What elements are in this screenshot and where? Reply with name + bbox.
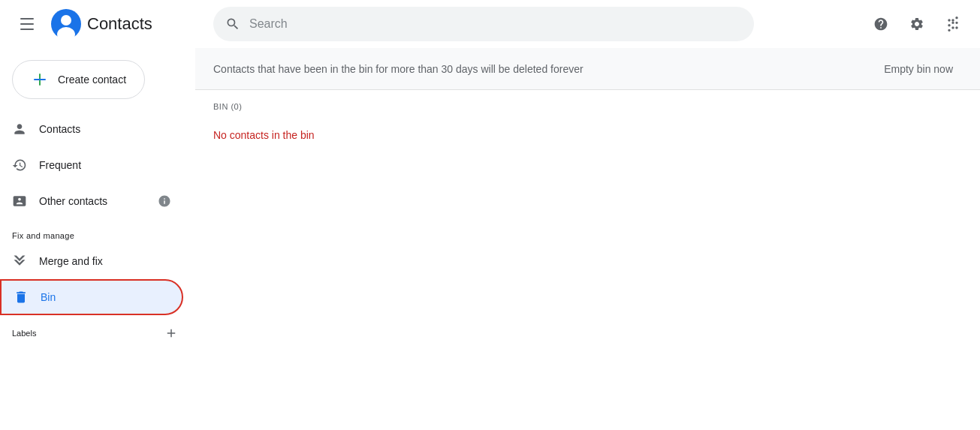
search-input[interactable]	[249, 17, 742, 31]
sidebar-item-merge-and-fix[interactable]: Merge and fix	[0, 243, 183, 279]
create-plus-icon	[31, 71, 49, 89]
bin-banner: Contacts that have been in the bin for m…	[195, 48, 980, 90]
bin-label: Bin	[41, 291, 170, 303]
add-label-button[interactable]	[159, 321, 183, 345]
app-logo: Contacts	[51, 9, 152, 39]
sidebar: Create contact Contacts Frequent	[0, 48, 195, 430]
header-left: Contacts	[12, 9, 207, 39]
main-content: Contacts that have been in the bin for m…	[195, 48, 980, 430]
empty-bin-button[interactable]: Empty bin now	[875, 57, 962, 81]
add-label-icon	[164, 326, 178, 340]
sidebar-item-bin[interactable]: Bin	[0, 279, 183, 315]
no-contacts-message: No contacts in the bin	[195, 117, 980, 153]
apps-icon	[945, 17, 960, 32]
person-icon	[12, 122, 27, 137]
settings-button[interactable]	[902, 9, 932, 39]
header: Contacts	[0, 0, 980, 48]
create-contact-button[interactable]: Create contact	[12, 60, 145, 99]
labels-title: Labels	[12, 329, 159, 338]
contacts-icon	[12, 194, 27, 209]
header-actions	[866, 9, 968, 39]
info-icon	[158, 194, 171, 208]
fix-and-manage-title: Fix and manage	[0, 219, 195, 243]
merge-and-fix-label: Merge and fix	[39, 255, 171, 267]
sidebar-item-frequent[interactable]: Frequent	[0, 147, 183, 183]
app-name: Contacts	[87, 14, 152, 34]
bin-icon	[14, 290, 29, 305]
gear-icon	[909, 17, 924, 32]
menu-button[interactable]	[12, 9, 42, 39]
create-contact-label: Create contact	[58, 74, 126, 86]
help-button[interactable]	[866, 9, 896, 39]
labels-section: Labels	[0, 315, 195, 351]
search-icon	[225, 17, 240, 32]
sidebar-item-other-contacts[interactable]: Other contacts	[0, 183, 183, 219]
help-icon	[873, 17, 888, 32]
sidebar-item-contacts[interactable]: Contacts	[0, 111, 183, 147]
app-avatar-icon	[51, 9, 81, 39]
layout: Create contact Contacts Frequent	[0, 48, 980, 430]
bin-banner-text: Contacts that have been in the bin for m…	[213, 63, 583, 75]
contacts-label: Contacts	[39, 123, 171, 135]
svg-point-1	[61, 15, 71, 26]
apps-button[interactable]	[938, 9, 968, 39]
merge-icon	[12, 254, 27, 269]
search-bar[interactable]	[213, 7, 754, 41]
other-contacts-label: Other contacts	[39, 195, 146, 207]
bin-count: BIN (0)	[195, 90, 980, 117]
history-icon	[12, 158, 27, 173]
hamburger-icon	[20, 18, 34, 30]
frequent-label: Frequent	[39, 159, 171, 171]
